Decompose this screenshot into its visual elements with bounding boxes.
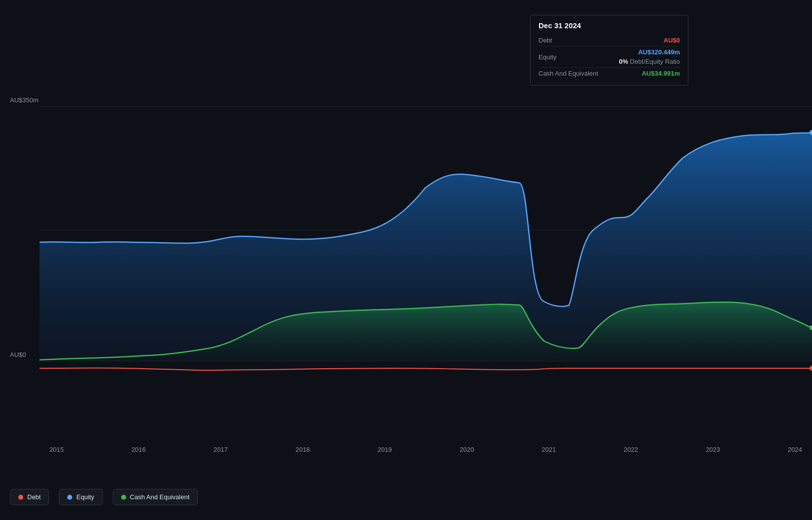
chart-legend: Debt Equity Cash And Equivalent: [10, 489, 198, 505]
legend-label-equity: Equity: [76, 493, 94, 501]
legend-dot-equity: [67, 495, 72, 500]
tooltip-debt-value: AU$0: [664, 37, 680, 44]
tooltip-row-debt: Debt AU$0: [539, 35, 680, 46]
chart-svg: [0, 0, 812, 520]
x-label-2015: 2015: [49, 446, 64, 453]
x-label-2021: 2021: [541, 446, 556, 453]
x-label-2023: 2023: [706, 446, 720, 453]
tooltip-cash-label: Cash And Equivalent: [539, 70, 598, 77]
legend-item-cash[interactable]: Cash And Equivalent: [113, 489, 198, 505]
x-axis-labels: 2015 2016 2017 2018 2019 2020 2021 2022 …: [40, 446, 812, 453]
legend-label-cash: Cash And Equivalent: [130, 493, 190, 501]
tooltip-row-equity: Equity AU$320.449m 0% Debt/Equity Ratio: [539, 46, 680, 68]
legend-dot-cash: [121, 495, 126, 500]
tooltip-cash-value: AU$34.991m: [642, 70, 680, 77]
legend-item-equity[interactable]: Equity: [59, 489, 102, 505]
x-label-2016: 2016: [132, 446, 146, 453]
x-label-2017: 2017: [214, 446, 228, 453]
x-label-2020: 2020: [459, 446, 474, 453]
x-label-2024: 2024: [788, 446, 802, 453]
x-label-2018: 2018: [296, 446, 310, 453]
legend-label-debt: Debt: [27, 493, 41, 501]
tooltip-row-cash: Cash And Equivalent AU$34.991m: [539, 68, 680, 79]
debt-line: [40, 368, 812, 370]
x-label-2022: 2022: [624, 446, 638, 453]
tooltip-debt-label: Debt: [539, 37, 552, 44]
tooltip-date: Dec 31 2024: [539, 21, 680, 30]
debt-end-dot: [810, 366, 812, 371]
x-label-2019: 2019: [378, 446, 392, 453]
tooltip-equity-label: Equity: [539, 53, 556, 61]
tooltip-box: Dec 31 2024 Debt AU$0 Equity AU$320.449m…: [530, 15, 688, 86]
tooltip-de-ratio: 0% Debt/Equity Ratio: [619, 58, 680, 65]
legend-dot-debt: [18, 495, 23, 500]
chart-container: AU$350m AU$0 2015: [0, 0, 812, 520]
legend-item-debt[interactable]: Debt: [10, 489, 49, 505]
tooltip-equity-value: AU$320.449m: [638, 48, 680, 56]
